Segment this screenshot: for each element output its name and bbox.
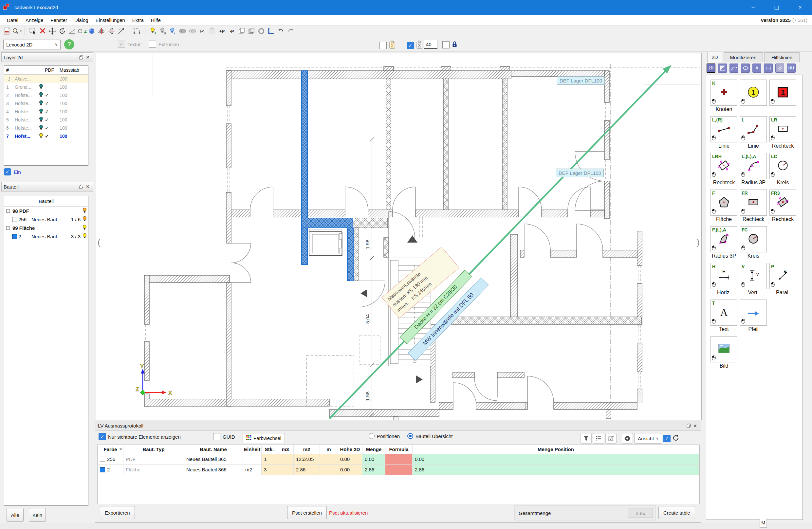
bauteil-uebersicht-radio[interactable]: Bauteil Übersicht [407,433,452,439]
dimension-mode-button[interactable] [764,63,773,73]
pset-aktualisieren-button[interactable]: Pset aktualisieren [324,506,372,519]
tool-polyline-button[interactable]: L [740,116,767,143]
tool-node-button[interactable]: K [710,79,737,106]
select-elements-icon[interactable] [132,27,142,36]
ansicht-select[interactable]: Ansicht∨ [634,433,662,443]
tool-rect-fill-button[interactable]: FR [740,190,767,216]
col-7[interactable]: m [320,445,338,454]
col-11[interactable]: Menge Position [412,445,699,454]
delete-icon[interactable] [38,27,47,36]
layer-row[interactable]: -1Aktive...100 [4,75,88,83]
layer-ein-checkbox[interactable]: ✓Ein [4,168,21,175]
lv-table-row[interactable]: 256PDFNeues Bauteil 36511252.050.000.000… [98,454,699,465]
move-icon[interactable] [47,27,57,36]
tool-dim-p-button[interactable]: PP [769,263,796,289]
float-panel-icon[interactable] [685,423,692,429]
edit-icon[interactable] [605,433,617,443]
bauteil-row[interactable]: −99 Fläche [4,224,88,232]
tool-dim-h-button[interactable]: HH [710,263,737,289]
paste-icon[interactable] [207,27,217,36]
refresh-icon[interactable] [672,434,680,443]
textur-checkbox[interactable]: ✓Textur [118,41,141,48]
farbwechsel-button[interactable]: Farbwechsel [243,433,285,443]
tool-text-button[interactable]: TA [710,299,737,326]
layer-panel-titlebar[interactable]: Layer 2d ✕ [1,53,93,62]
col-9[interactable]: Menge [362,445,386,454]
bulb-icon[interactable] [37,102,43,107]
profile-select[interactable]: Lexocad 2D∨ [3,40,61,49]
bulb-icon[interactable] [37,134,43,139]
ring-icon[interactable] [256,27,266,36]
curve-mode-button[interactable] [729,63,738,73]
node-mode-button[interactable] [741,63,750,73]
alle-button[interactable]: Alle [6,508,24,522]
layer-row[interactable]: 7Hofst...✓100 [4,132,88,140]
layer-isolate-icon[interactable]: i [168,27,178,36]
mode-2d-button[interactable]: 2D [707,63,715,73]
layer-row[interactable]: 5Hofste...✓100 [4,116,88,124]
bauteil-row[interactable]: 2Neues Baut...3 / 3 [4,232,88,240]
help-button[interactable]: ? [64,39,74,49]
tool-line-button[interactable]: L,(R) [710,116,737,143]
bauteil-panel-titlebar[interactable]: Bauteil ✕ [1,182,93,191]
mirror-horizontal-icon[interactable] [106,27,116,36]
filter-icon[interactable] [581,433,592,443]
def-lager-label[interactable]: DEF Lager DFL100 [557,76,605,85]
create-table-button[interactable]: Create table [658,506,695,519]
col-1[interactable]: Baut. Typ [124,445,184,454]
bulb-icon[interactable] [37,93,43,99]
rotate-icon[interactable] [57,27,67,36]
menu-extra[interactable]: Extra [129,17,147,23]
minimize-button[interactable]: – [741,0,765,15]
layer-row[interactable]: 1Grund...100 [4,83,88,91]
boolean-union-icon[interactable] [178,27,188,36]
bulb-icon[interactable] [83,224,87,231]
add-point-icon[interactable]: +P [217,27,227,36]
uu-mode-button[interactable]: UU [787,63,796,73]
col-5[interactable]: m3 [277,445,294,454]
boolean-subtract-icon[interactable] [188,27,198,36]
tool-rect-rot-button[interactable]: LRH [710,153,737,179]
tool-node-square-button[interactable]: 1 [769,79,796,106]
float-panel-icon[interactable] [78,183,85,190]
duplicate-icon[interactable] [247,27,256,36]
stretch-icon[interactable] [116,27,126,36]
bauteil-row[interactable]: −98 PDF [4,207,88,215]
menu-einstellungen[interactable]: Einstellungen [92,17,129,23]
col-8[interactable]: Höhe 2D [338,445,362,454]
extrusion-checkbox[interactable]: Extrusion [149,41,179,48]
settings-gear-icon[interactable] [622,433,633,443]
lock-toggle[interactable] [443,41,458,49]
color-swatch[interactable] [12,234,17,239]
lv-panel-titlebar[interactable]: LV Ausmassprotokoll ✕ [95,421,701,431]
menu-dialog[interactable]: Dialog [71,17,92,23]
bauteil-row[interactable]: 256Neues Baut...1 / 6 [4,215,88,224]
tree-toggle-icon[interactable]: − [6,209,10,213]
col-10[interactable]: Formula [386,445,412,454]
undo-icon[interactable] [276,27,286,36]
clip-toggle-2[interactable]: ✓ [407,41,423,50]
layer-row[interactable]: 2Hofste...✓100 [4,91,88,99]
bulb-icon[interactable] [37,126,43,131]
col-2[interactable]: Baut. Name [184,445,243,454]
fill-mode-button[interactable] [718,63,727,73]
text-mode-button[interactable]: A [752,63,761,73]
pset-erstellen-button[interactable]: Pset erstellen [287,506,327,519]
maximize-button[interactable]: ▢ [765,0,788,15]
tool-arc-button[interactable]: L,(L),A [740,153,767,179]
tool-dim-v-button[interactable]: VV [740,263,767,289]
layer-row[interactable]: 3Hofste...✓100 [4,99,88,107]
tool-node-circle-button[interactable]: 1 [740,79,767,106]
zoom-menu-icon[interactable]: ▾ [12,27,21,36]
tool-rect-rot-fill-button[interactable]: FR3 [769,190,796,216]
layer-off-icon[interactable]: U [158,27,168,36]
copy-icon[interactable] [237,27,247,36]
tool-arrow-button[interactable] [740,299,767,326]
pdf-export-icon[interactable]: PDF [2,27,12,36]
def-lager-label[interactable]: DEF Lager DFL100 [556,168,604,177]
tree-toggle-icon[interactable]: − [6,226,10,230]
bulb-icon[interactable] [83,216,87,223]
close-panel-icon[interactable]: ✕ [85,54,91,61]
layer-on-icon[interactable]: J [148,27,158,36]
grid-size-input[interactable]: 40 [424,40,437,49]
